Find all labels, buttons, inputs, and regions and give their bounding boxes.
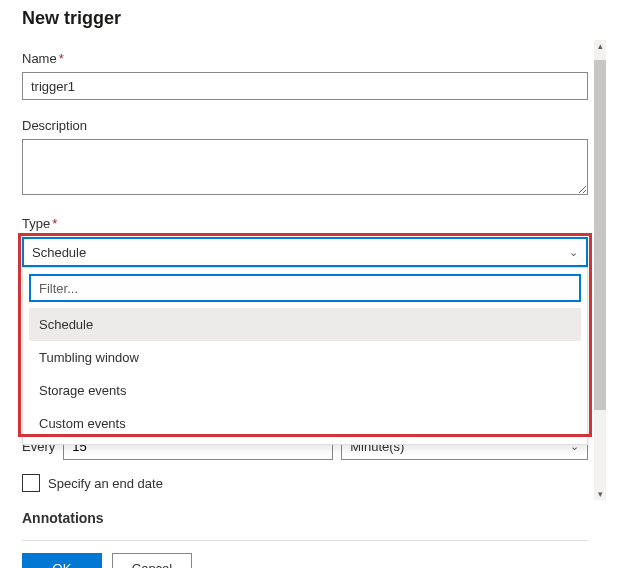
type-dropdown-panel: Schedule Tumbling window Storage events …: [22, 267, 588, 445]
cancel-button[interactable]: Cancel: [112, 553, 192, 568]
panel-title: New trigger: [22, 8, 588, 29]
type-label: Type*: [22, 216, 588, 231]
annotations-section: Annotations: [22, 510, 588, 526]
type-option-schedule[interactable]: Schedule: [29, 308, 581, 341]
type-filter-input[interactable]: [29, 274, 581, 302]
footer-divider: [22, 540, 588, 541]
type-option-storage[interactable]: Storage events: [29, 374, 581, 407]
description-textarea[interactable]: [22, 139, 588, 195]
ok-button[interactable]: OK: [22, 553, 102, 568]
type-dropdown[interactable]: Schedule ⌄: [22, 237, 588, 267]
required-asterisk: *: [59, 51, 64, 66]
description-label: Description: [22, 118, 588, 133]
end-date-label: Specify an end date: [48, 476, 163, 491]
required-asterisk: *: [52, 216, 57, 231]
chevron-down-icon: ⌄: [569, 246, 578, 259]
type-option-tumbling[interactable]: Tumbling window: [29, 341, 581, 374]
scrollbar-thumb[interactable]: [594, 60, 606, 410]
scrollbar-up-icon[interactable]: ▴: [594, 40, 606, 52]
end-date-checkbox[interactable]: [22, 474, 40, 492]
type-option-custom[interactable]: Custom events: [29, 407, 581, 440]
name-input[interactable]: [22, 72, 588, 100]
scrollbar-down-icon[interactable]: ▾: [594, 488, 606, 500]
name-label: Name*: [22, 51, 588, 66]
